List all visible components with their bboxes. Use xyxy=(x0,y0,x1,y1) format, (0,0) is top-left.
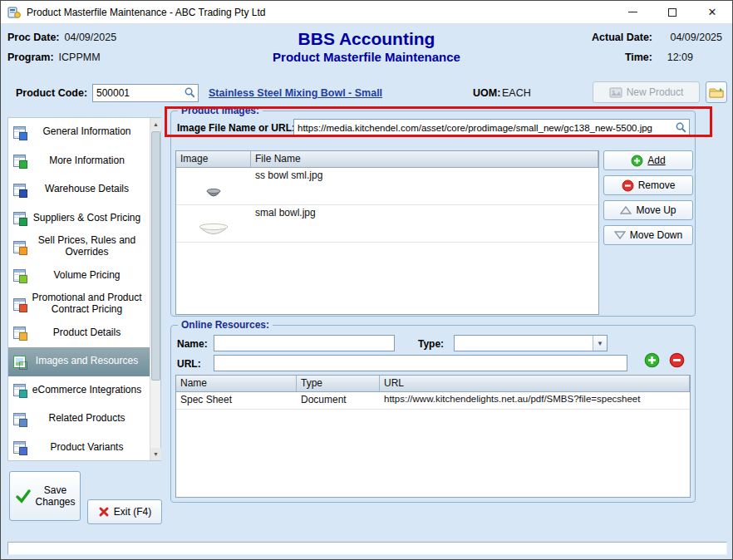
close-icon: ✕ xyxy=(708,7,717,17)
new-product-button[interactable]: New Product xyxy=(593,81,700,103)
file-name-cell: smal bowl.jpg xyxy=(251,205,598,220)
product-description-link[interactable]: Stainless Steel Mixing Bowl - Small xyxy=(209,87,382,99)
move-down-icon xyxy=(614,230,626,240)
sidebar-item-label: Suppliers & Cost Pricing xyxy=(26,213,148,224)
open-folder-button[interactable] xyxy=(706,81,727,103)
folder-icon xyxy=(709,86,724,98)
resource-name-field[interactable] xyxy=(214,335,395,351)
sidebar-item-label: Images and Resources xyxy=(26,356,148,367)
column-header-image: Image xyxy=(176,151,251,167)
add-image-button[interactable]: Add xyxy=(603,150,693,170)
remove-minus-icon xyxy=(622,179,634,192)
images-and-resources-icon xyxy=(13,356,26,368)
resource-url-label: URL: xyxy=(177,358,201,370)
remove-resource-minus-icon xyxy=(669,352,685,368)
move-down-button[interactable]: Move Down xyxy=(603,225,693,245)
add-resource-plus-icon xyxy=(644,352,660,368)
image-row-2[interactable]: smal bowl.jpg xyxy=(176,205,598,243)
uom-value: EACH xyxy=(502,87,531,99)
exit-label: Exit (F4) xyxy=(114,506,151,518)
sidebar-item-general-information[interactable]: General Information xyxy=(8,118,150,147)
sidebar-item-product-details[interactable]: Product Details xyxy=(8,319,150,348)
resource-type-label: Type: xyxy=(418,338,444,350)
sell-prices-icon xyxy=(13,241,26,253)
product-images-table: Image File Name ss bowl sml.jpg xyxy=(175,150,599,315)
product-code-field[interactable] xyxy=(92,84,199,102)
related-products-icon xyxy=(13,413,26,425)
status-bar xyxy=(7,542,727,555)
column-header-type: Type xyxy=(297,376,380,391)
exit-x-icon xyxy=(98,506,110,518)
image-url-input[interactable] xyxy=(298,120,672,135)
move-down-label: Move Down xyxy=(630,229,682,241)
online-resources-group-label: Online Resources: xyxy=(178,319,273,331)
save-check-icon xyxy=(15,489,32,504)
minimize-button[interactable] xyxy=(612,1,652,23)
general-information-icon xyxy=(13,126,26,139)
resource-name-cell: Spec Sheet xyxy=(176,392,297,409)
new-product-label: New Product xyxy=(627,86,684,98)
sidebar-item-label: Product Details xyxy=(26,327,148,339)
resource-row-1[interactable]: Spec Sheet Document https://www.kitchend… xyxy=(176,392,690,410)
image-row-1[interactable]: ss bowl sml.jpg xyxy=(176,168,598,205)
sidebar-scrollbar[interactable]: ▲ ▼ xyxy=(150,118,160,460)
online-resources-table: Name Type URL Spec Sheet Document https:… xyxy=(175,375,691,498)
sidebar-list: General Information More Information War… xyxy=(8,118,150,460)
resource-name-input[interactable] xyxy=(218,336,391,350)
image-url-field[interactable] xyxy=(293,119,690,136)
sidebar-item-ecommerce-integrations[interactable]: eCommerce Integrations xyxy=(8,376,150,405)
sidebar-item-label: Product Variants xyxy=(26,442,148,454)
sidebar-item-more-information[interactable]: More Information xyxy=(8,147,150,176)
sidebar-item-label: General Information xyxy=(26,126,148,138)
maximize-button[interactable] xyxy=(652,1,692,23)
sidebar-item-label: Sell Prices, Rules and Overrides xyxy=(26,235,148,258)
resource-url-field[interactable] xyxy=(214,355,627,371)
time-label: Time: xyxy=(625,52,652,63)
time-value-wrap: 12:09 xyxy=(667,52,693,63)
sidebar-item-sell-prices[interactable]: Sell Prices, Rules and Overrides xyxy=(8,233,150,262)
actual-date-value-wrap: 04/09/2025 xyxy=(670,32,722,43)
move-up-icon xyxy=(620,205,632,215)
promotional-pricing-icon xyxy=(13,298,26,311)
uom-label: UOM: xyxy=(473,87,500,99)
sidebar-item-promotional-contract-pricing[interactable]: Promotional and Product Contract Pricing xyxy=(8,290,150,319)
ecommerce-integrations-icon xyxy=(13,384,26,396)
remove-resource-button[interactable] xyxy=(668,351,686,369)
actual-date-value: 04/09/2025 xyxy=(670,32,722,43)
online-resources-table-header: Name Type URL xyxy=(176,376,690,392)
add-plus-icon xyxy=(631,155,643,167)
file-name-cell: ss bowl sml.jpg xyxy=(251,168,598,183)
scrollbar-thumb[interactable] xyxy=(151,131,160,381)
save-changes-label: Save Changes xyxy=(36,484,76,508)
save-changes-button[interactable]: Save Changes xyxy=(9,471,81,521)
screen-title: Product Masterfile Maintenance xyxy=(1,50,732,64)
close-button[interactable]: ✕ xyxy=(692,1,732,23)
chevron-down-icon[interactable]: ▼ xyxy=(593,336,607,351)
image-thumbnail-cell xyxy=(176,168,251,204)
sidebar-item-product-variants[interactable]: Product Variants xyxy=(8,434,150,463)
sidebar-item-label: eCommerce Integrations xyxy=(26,385,148,396)
move-up-button[interactable]: Move Up xyxy=(603,200,693,220)
exit-button[interactable]: Exit (F4) xyxy=(87,499,162,524)
sidebar-item-volume-pricing[interactable]: Volume Pricing xyxy=(8,262,150,291)
add-resource-button[interactable] xyxy=(643,351,661,369)
sidebar-item-warehouse-details[interactable]: Warehouse Details xyxy=(8,175,150,204)
warehouse-details-icon xyxy=(13,184,26,196)
sidebar-item-label: Warehouse Details xyxy=(26,184,148,195)
product-details-icon xyxy=(13,327,26,339)
scroll-down-icon[interactable]: ▼ xyxy=(150,448,161,460)
volume-pricing-icon xyxy=(13,269,26,282)
sidebar-item-suppliers-cost-pricing[interactable]: Suppliers & Cost Pricing xyxy=(8,204,150,233)
sidebar-item-related-products[interactable]: Related Products xyxy=(8,405,150,434)
image-url-search-icon[interactable] xyxy=(675,121,687,134)
sidebar-item-images-and-resources[interactable]: Images and Resources xyxy=(8,347,150,376)
app-body: Proc Date:04/09/2025 Program:ICPPMM BBS … xyxy=(1,24,732,559)
product-code-input[interactable] xyxy=(96,86,181,101)
resource-url-input[interactable] xyxy=(218,356,623,370)
remove-image-button[interactable]: Remove xyxy=(603,175,693,195)
product-code-search-icon[interactable] xyxy=(184,86,196,99)
resource-type-select[interactable]: ▼ xyxy=(454,335,608,351)
scroll-up-icon[interactable]: ▲ xyxy=(150,118,161,130)
resource-type-cell: Document xyxy=(297,392,380,409)
product-code-label: Product Code: xyxy=(16,87,87,99)
